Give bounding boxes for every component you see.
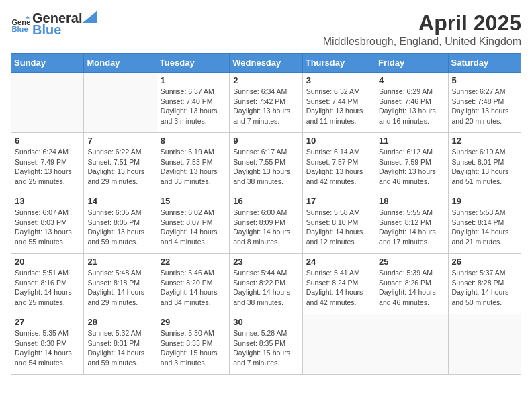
- day-info: Sunrise: 6:02 AM Sunset: 8:07 PM Dayligh…: [161, 208, 226, 247]
- day-info: Sunrise: 5:41 AM Sunset: 8:24 PM Dayligh…: [306, 268, 371, 308]
- day-info: Sunrise: 5:37 AM Sunset: 8:28 PM Dayligh…: [452, 268, 517, 308]
- calendar-cell: 1Sunrise: 6:37 AM Sunset: 7:40 PM Daylig…: [157, 73, 229, 133]
- day-info: Sunrise: 6:34 AM Sunset: 7:42 PM Dayligh…: [233, 87, 298, 126]
- calendar-cell: 22Sunrise: 5:46 AM Sunset: 8:20 PM Dayli…: [157, 254, 229, 314]
- calendar-cell: 24Sunrise: 5:41 AM Sunset: 8:24 PM Dayli…: [302, 254, 375, 314]
- day-info: Sunrise: 6:17 AM Sunset: 7:55 PM Dayligh…: [233, 147, 298, 187]
- day-number: 20: [15, 257, 80, 267]
- location-title: Middlesbrough, England, United Kingdom: [323, 36, 521, 48]
- month-title: April 2025: [323, 11, 521, 36]
- day-of-week-header: Monday: [84, 54, 157, 73]
- day-number: 8: [161, 136, 226, 146]
- day-of-week-header: Thursday: [302, 54, 375, 73]
- page-header: General Blue General Blue April 2025 Mid…: [11, 11, 521, 48]
- day-info: Sunrise: 6:22 AM Sunset: 7:51 PM Dayligh…: [87, 147, 152, 187]
- day-number: 23: [233, 257, 298, 267]
- day-number: 1: [161, 75, 226, 85]
- calendar-cell: 28Sunrise: 5:32 AM Sunset: 8:31 PM Dayli…: [84, 314, 157, 375]
- calendar-cell: 16Sunrise: 6:00 AM Sunset: 8:09 PM Dayli…: [230, 193, 302, 254]
- svg-text:Blue: Blue: [11, 25, 28, 33]
- calendar-cell: 18Sunrise: 5:55 AM Sunset: 8:12 PM Dayli…: [375, 193, 448, 254]
- day-info: Sunrise: 6:10 AM Sunset: 8:01 PM Dayligh…: [452, 147, 517, 187]
- day-info: Sunrise: 5:44 AM Sunset: 8:22 PM Dayligh…: [233, 268, 298, 308]
- calendar-cell: 20Sunrise: 5:51 AM Sunset: 8:16 PM Dayli…: [11, 254, 84, 314]
- day-info: Sunrise: 6:19 AM Sunset: 7:53 PM Dayligh…: [161, 147, 226, 187]
- day-number: 2: [233, 75, 298, 85]
- calendar-cell: 5Sunrise: 6:27 AM Sunset: 7:48 PM Daylig…: [448, 73, 521, 133]
- calendar-cell: 23Sunrise: 5:44 AM Sunset: 8:22 PM Dayli…: [230, 254, 302, 314]
- day-info: Sunrise: 5:30 AM Sunset: 8:33 PM Dayligh…: [161, 328, 226, 368]
- logo-icon: General Blue: [11, 15, 30, 34]
- day-number: 10: [306, 136, 371, 146]
- day-of-week-header: Saturday: [448, 54, 521, 73]
- day-number: 30: [233, 317, 298, 327]
- calendar-cell: [11, 73, 84, 133]
- day-number: 7: [87, 136, 152, 146]
- calendar-cell: 3Sunrise: 6:32 AM Sunset: 7:44 PM Daylig…: [302, 73, 375, 133]
- calendar-cell: [302, 314, 375, 375]
- calendar-cell: 25Sunrise: 5:39 AM Sunset: 8:26 PM Dayli…: [375, 254, 448, 314]
- day-number: 25: [379, 257, 444, 267]
- title-block: April 2025 Middlesbrough, England, Unite…: [323, 11, 521, 48]
- calendar-cell: 19Sunrise: 5:53 AM Sunset: 8:14 PM Dayli…: [448, 193, 521, 254]
- day-info: Sunrise: 5:51 AM Sunset: 8:16 PM Dayligh…: [15, 268, 80, 308]
- day-of-week-header: Friday: [375, 54, 448, 73]
- day-number: 26: [452, 257, 517, 267]
- day-number: 18: [379, 196, 444, 206]
- calendar-week-row: 20Sunrise: 5:51 AM Sunset: 8:16 PM Dayli…: [11, 254, 521, 314]
- calendar-cell: 10Sunrise: 6:14 AM Sunset: 7:57 PM Dayli…: [302, 133, 375, 193]
- day-number: 11: [379, 136, 444, 146]
- day-number: 14: [87, 196, 152, 206]
- calendar-cell: [448, 314, 521, 375]
- calendar-cell: 14Sunrise: 6:05 AM Sunset: 8:05 PM Dayli…: [84, 193, 157, 254]
- day-info: Sunrise: 6:32 AM Sunset: 7:44 PM Dayligh…: [306, 87, 371, 126]
- calendar-cell: 4Sunrise: 6:29 AM Sunset: 7:46 PM Daylig…: [375, 73, 448, 133]
- logo-triangle-icon: [83, 11, 97, 23]
- day-number: 5: [452, 75, 517, 85]
- calendar-cell: [375, 314, 448, 375]
- calendar-cell: 30Sunrise: 5:28 AM Sunset: 8:35 PM Dayli…: [230, 314, 302, 375]
- calendar-cell: 12Sunrise: 6:10 AM Sunset: 8:01 PM Dayli…: [448, 133, 521, 193]
- calendar-cell: 8Sunrise: 6:19 AM Sunset: 7:53 PM Daylig…: [157, 133, 229, 193]
- calendar-table: SundayMondayTuesdayWednesdayThursdayFrid…: [11, 53, 521, 375]
- calendar-cell: 29Sunrise: 5:30 AM Sunset: 8:33 PM Dayli…: [157, 314, 229, 375]
- day-number: 24: [306, 257, 371, 267]
- day-number: 17: [306, 196, 371, 206]
- day-info: Sunrise: 6:37 AM Sunset: 7:40 PM Dayligh…: [161, 87, 226, 126]
- calendar-week-row: 27Sunrise: 5:35 AM Sunset: 8:30 PM Dayli…: [11, 314, 521, 375]
- calendar-week-row: 1Sunrise: 6:37 AM Sunset: 7:40 PM Daylig…: [11, 73, 521, 133]
- calendar-cell: 17Sunrise: 5:58 AM Sunset: 8:10 PM Dayli…: [302, 193, 375, 254]
- calendar-cell: 11Sunrise: 6:12 AM Sunset: 7:59 PM Dayli…: [375, 133, 448, 193]
- day-info: Sunrise: 5:58 AM Sunset: 8:10 PM Dayligh…: [306, 208, 371, 247]
- day-number: 9: [233, 136, 298, 146]
- day-number: 13: [15, 196, 80, 206]
- calendar-week-row: 13Sunrise: 6:07 AM Sunset: 8:03 PM Dayli…: [11, 193, 521, 254]
- calendar-cell: [84, 73, 157, 133]
- day-of-week-header: Wednesday: [230, 54, 302, 73]
- day-number: 6: [15, 136, 80, 146]
- day-info: Sunrise: 6:14 AM Sunset: 7:57 PM Dayligh…: [306, 147, 371, 187]
- day-info: Sunrise: 5:53 AM Sunset: 8:14 PM Dayligh…: [452, 208, 517, 247]
- day-number: 21: [87, 257, 152, 267]
- day-number: 29: [161, 317, 226, 327]
- day-number: 22: [161, 257, 226, 267]
- calendar-cell: 2Sunrise: 6:34 AM Sunset: 7:42 PM Daylig…: [230, 73, 302, 133]
- day-number: 12: [452, 136, 517, 146]
- day-info: Sunrise: 6:27 AM Sunset: 7:48 PM Dayligh…: [452, 87, 517, 126]
- calendar-cell: 7Sunrise: 6:22 AM Sunset: 7:51 PM Daylig…: [84, 133, 157, 193]
- day-info: Sunrise: 6:29 AM Sunset: 7:46 PM Dayligh…: [379, 87, 444, 126]
- day-info: Sunrise: 5:39 AM Sunset: 8:26 PM Dayligh…: [379, 268, 444, 308]
- svg-marker-3: [83, 11, 97, 23]
- day-info: Sunrise: 6:00 AM Sunset: 8:09 PM Dayligh…: [233, 208, 298, 247]
- calendar-cell: 21Sunrise: 5:48 AM Sunset: 8:18 PM Dayli…: [84, 254, 157, 314]
- day-info: Sunrise: 5:48 AM Sunset: 8:18 PM Dayligh…: [87, 268, 152, 308]
- day-number: 4: [379, 75, 444, 85]
- day-info: Sunrise: 5:32 AM Sunset: 8:31 PM Dayligh…: [87, 328, 152, 368]
- logo: General Blue General Blue: [11, 11, 98, 38]
- svg-marker-2: [26, 15, 30, 18]
- calendar-cell: 27Sunrise: 5:35 AM Sunset: 8:30 PM Dayli…: [11, 314, 84, 375]
- day-info: Sunrise: 5:35 AM Sunset: 8:30 PM Dayligh…: [15, 328, 80, 368]
- day-number: 27: [15, 317, 80, 327]
- calendar-cell: 13Sunrise: 6:07 AM Sunset: 8:03 PM Dayli…: [11, 193, 84, 254]
- calendar-cell: 9Sunrise: 6:17 AM Sunset: 7:55 PM Daylig…: [230, 133, 302, 193]
